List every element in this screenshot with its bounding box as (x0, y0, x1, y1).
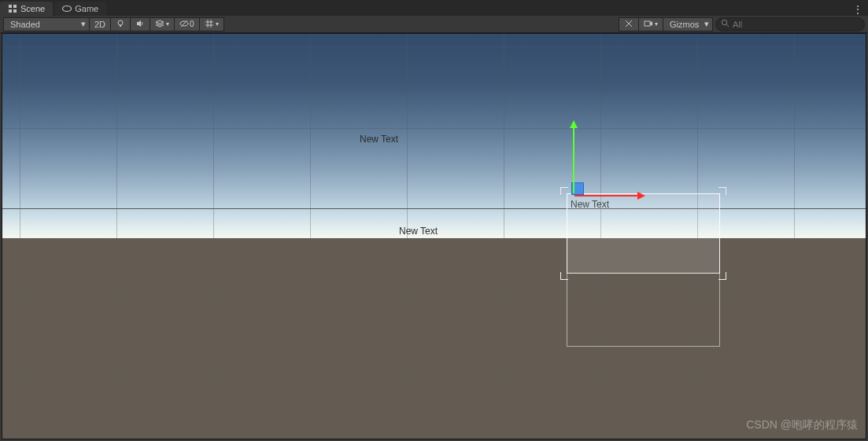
scene-text-2: New Text (399, 226, 438, 237)
grid-line (310, 34, 311, 439)
scene-toolbar: Shaded ▾ 2D ▾ 0 ▾ ▾ (0, 16, 868, 33)
mode-2d-label: 2D (94, 20, 105, 29)
hidden-objects-toggle[interactable]: 0 (174, 17, 200, 31)
gizmos-label: Gizmos (670, 20, 699, 29)
resize-handle-tl[interactable] (560, 187, 568, 195)
scene-icon (8, 4, 17, 13)
stack-icon (155, 19, 164, 30)
grid-line (213, 34, 214, 439)
grid-line (2, 128, 866, 129)
svg-point-5 (118, 20, 123, 25)
shading-mode-label: Shaded (10, 20, 40, 29)
speaker-icon (135, 19, 145, 30)
tab-game[interactable]: Game (54, 2, 106, 16)
effects-dropdown[interactable]: ▾ (150, 17, 175, 31)
skybox-sky (2, 34, 866, 238)
eye-off-icon (179, 19, 189, 30)
svg-rect-6 (120, 25, 121, 27)
grid-line (116, 34, 117, 439)
grid-line (504, 34, 504, 439)
scene-search[interactable] (715, 17, 865, 31)
scene-text-1: New Text (360, 134, 398, 145)
chevron-down-icon: ▾ (81, 19, 86, 29)
tab-game-label: Game (75, 4, 98, 13)
grid-line (20, 34, 20, 439)
svg-point-4 (63, 6, 72, 12)
tab-bar: Scene Game (0, 0, 868, 16)
skybox-ground (2, 238, 866, 439)
grid-line (2, 46, 866, 47)
grid-line (2, 369, 866, 369)
hidden-count: 0 (190, 20, 194, 28)
tab-scene[interactable]: Scene (0, 2, 53, 16)
svg-line-11 (726, 24, 729, 27)
grid-icon (205, 19, 214, 30)
camera-icon (644, 19, 653, 30)
tools-button[interactable] (619, 17, 639, 31)
tools-crossed-icon (624, 19, 633, 30)
gizmo-x-axis[interactable] (574, 195, 639, 197)
gizmos-dropdown[interactable]: Gizmos ▾ (663, 17, 713, 31)
svg-rect-9 (645, 21, 650, 26)
game-icon (62, 4, 72, 13)
resize-handle-bl[interactable] (560, 272, 568, 280)
audio-toggle[interactable] (130, 17, 150, 31)
camera-dropdown[interactable]: ▾ (638, 17, 663, 31)
chevron-down-icon: ▾ (166, 20, 169, 28)
chevron-down-icon: ▾ (216, 20, 219, 28)
chevron-down-icon: ▾ (704, 19, 709, 29)
grid-line (2, 208, 866, 209)
shading-mode-dropdown[interactable]: Shaded ▾ (3, 17, 90, 31)
chevron-down-icon: ▾ (655, 20, 658, 28)
grid-line (2, 288, 866, 289)
lighting-toggle[interactable] (110, 17, 131, 31)
tab-scene-label: Scene (20, 4, 45, 13)
search-icon (721, 19, 729, 29)
svg-rect-3 (13, 9, 17, 13)
gizmo-y-axis[interactable] (573, 127, 574, 193)
selected-panel[interactable] (567, 193, 720, 274)
grid-line (794, 34, 795, 439)
svg-rect-0 (9, 5, 12, 8)
svg-point-10 (722, 20, 726, 24)
svg-rect-2 (9, 9, 12, 13)
resize-handle-br[interactable] (718, 272, 726, 280)
resize-handle-tr[interactable] (718, 187, 726, 195)
lightbulb-icon (116, 19, 125, 30)
mode-2d-toggle[interactable]: 2D (89, 17, 111, 31)
more-menu-icon[interactable]: ⋮ (852, 3, 863, 16)
search-input[interactable] (733, 20, 859, 29)
watermark: CSDN @咆哮的程序猿 (746, 418, 858, 432)
svg-rect-1 (13, 5, 17, 8)
scene-viewport[interactable]: New Text New Text New Text CSDN @咆哮的程序猿 (2, 33, 866, 439)
grid-dropdown[interactable]: ▾ (199, 17, 224, 31)
